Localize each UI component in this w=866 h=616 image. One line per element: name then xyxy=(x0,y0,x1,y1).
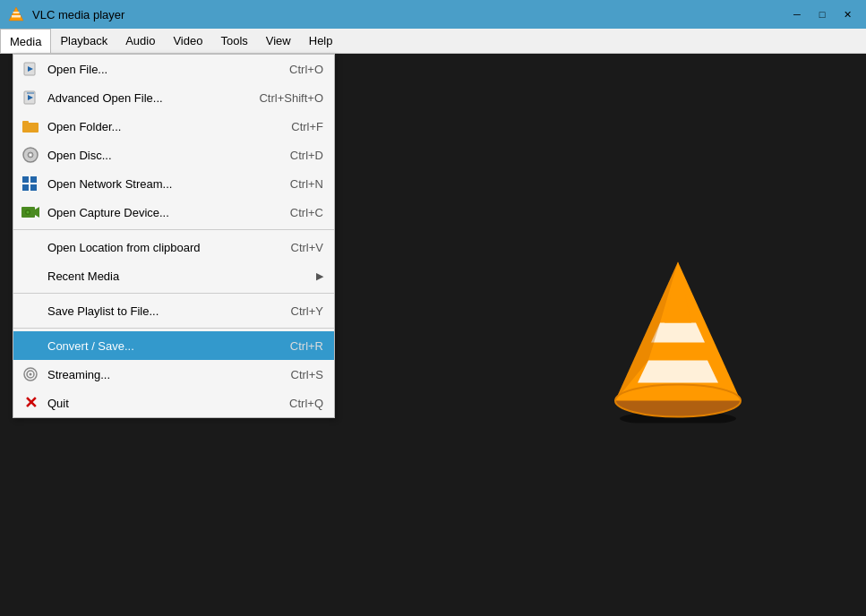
svg-rect-22 xyxy=(30,176,37,183)
open-location-shortcut: Ctrl+V xyxy=(291,241,323,254)
advanced-open-label: Advanced Open File... xyxy=(47,91,252,105)
menu-item-open-disc[interactable]: Open Disc... Ctrl+D xyxy=(13,141,334,169)
title-bar: VLC media player ─ □ ✕ xyxy=(0,0,866,29)
play-file2-icon xyxy=(21,88,40,107)
svg-point-28 xyxy=(27,211,30,214)
menu-item-streaming[interactable]: Streaming... Ctrl+S xyxy=(13,360,334,389)
save-playlist-shortcut: Ctrl+Y xyxy=(291,304,323,318)
menu-item-open-file[interactable]: Open File... Ctrl+O xyxy=(13,55,334,83)
quit-icon: ✕ xyxy=(21,393,40,413)
streaming-label: Streaming... xyxy=(47,368,284,381)
menu-playback[interactable]: Playback xyxy=(51,29,116,53)
svg-point-20 xyxy=(30,154,32,157)
capture-icon xyxy=(21,202,40,222)
menu-item-open-folder[interactable]: Open Folder... Ctrl+F xyxy=(13,112,334,141)
menu-item-recent-media[interactable]: Recent Media ▶ xyxy=(13,261,334,290)
open-network-label: Open Network Stream... xyxy=(47,177,283,191)
svg-rect-21 xyxy=(22,176,29,183)
streaming-icon xyxy=(21,364,40,384)
open-disc-shortcut: Ctrl+D xyxy=(290,149,323,162)
menu-item-quit[interactable]: ✕ Quit Ctrl+Q xyxy=(13,389,334,417)
menu-item-convert-save[interactable]: Convert / Save... Ctrl+R xyxy=(13,331,334,360)
open-disc-label: Open Disc... xyxy=(47,149,283,162)
svg-marker-7 xyxy=(651,323,705,343)
separator-2 xyxy=(13,293,334,294)
convert-save-shortcut: Ctrl+R xyxy=(290,339,323,353)
svg-rect-23 xyxy=(22,184,29,191)
menu-item-advanced-open[interactable]: Advanced Open File... Ctrl+Shift+O xyxy=(13,83,334,112)
menu-item-open-location[interactable]: Open Location from clipboard Ctrl+V xyxy=(13,233,334,261)
svg-point-31 xyxy=(30,373,32,376)
open-file-label: Open File... xyxy=(47,63,282,76)
open-file-shortcut: Ctrl+O xyxy=(289,63,323,76)
svg-marker-26 xyxy=(35,207,39,218)
play-file-icon xyxy=(21,59,40,79)
save-playlist-label: Save Playlist to File... xyxy=(47,304,284,318)
window-controls: ─ □ ✕ xyxy=(785,5,859,23)
convert-save-label: Convert / Save... xyxy=(47,339,283,353)
quit-label: Quit xyxy=(47,397,282,410)
open-folder-label: Open Folder... xyxy=(47,120,284,133)
close-button[interactable]: ✕ xyxy=(836,5,859,23)
svg-rect-2 xyxy=(13,12,20,13)
network-icon xyxy=(21,174,40,193)
clipboard-icon xyxy=(21,237,40,257)
vlc-logo xyxy=(597,244,759,426)
maximize-button[interactable]: □ xyxy=(810,5,834,23)
disc-icon xyxy=(21,145,40,165)
menu-media[interactable]: Media xyxy=(0,29,51,53)
menu-tools[interactable]: Tools xyxy=(211,29,256,53)
window-title: VLC media player xyxy=(32,8,124,21)
menu-help[interactable]: Help xyxy=(300,29,342,53)
svg-marker-0 xyxy=(9,7,23,21)
menu-item-save-playlist[interactable]: Save Playlist to File... Ctrl+Y xyxy=(13,296,334,325)
svg-rect-24 xyxy=(30,184,37,191)
advanced-open-shortcut: Ctrl+Shift+O xyxy=(259,91,323,105)
open-network-shortcut: Ctrl+N xyxy=(290,177,323,191)
open-capture-label: Open Capture Device... xyxy=(47,206,283,219)
convert-icon xyxy=(21,336,40,355)
menu-view[interactable]: View xyxy=(257,29,300,53)
vlc-app-icon xyxy=(7,5,25,23)
svg-rect-1 xyxy=(12,15,21,18)
svg-rect-17 xyxy=(22,121,29,124)
menu-item-open-capture[interactable]: Open Capture Device... Ctrl+C xyxy=(13,198,334,227)
separator-1 xyxy=(13,229,334,230)
submenu-arrow-icon: ▶ xyxy=(316,270,323,282)
open-location-label: Open Location from clipboard xyxy=(47,241,284,254)
menu-video[interactable]: Video xyxy=(164,29,211,53)
open-folder-shortcut: Ctrl+F xyxy=(291,120,323,133)
save-playlist-icon xyxy=(21,301,40,321)
quit-shortcut: Ctrl+Q xyxy=(289,397,323,410)
separator-3 xyxy=(13,328,334,329)
recent-icon xyxy=(21,266,40,286)
folder-icon xyxy=(21,116,40,136)
menu-item-open-network[interactable]: Open Network Stream... Ctrl+N xyxy=(13,169,334,198)
open-capture-shortcut: Ctrl+C xyxy=(290,206,323,219)
media-dropdown: Open File... Ctrl+O Advanced Open File..… xyxy=(13,54,335,418)
svg-marker-6 xyxy=(638,361,718,383)
streaming-shortcut: Ctrl+S xyxy=(291,368,323,381)
minimize-button[interactable]: ─ xyxy=(785,5,809,23)
menu-audio[interactable]: Audio xyxy=(116,29,164,53)
recent-media-label: Recent Media xyxy=(47,270,309,283)
menu-bar: Media Playback Audio Video Tools View He… xyxy=(0,29,866,54)
